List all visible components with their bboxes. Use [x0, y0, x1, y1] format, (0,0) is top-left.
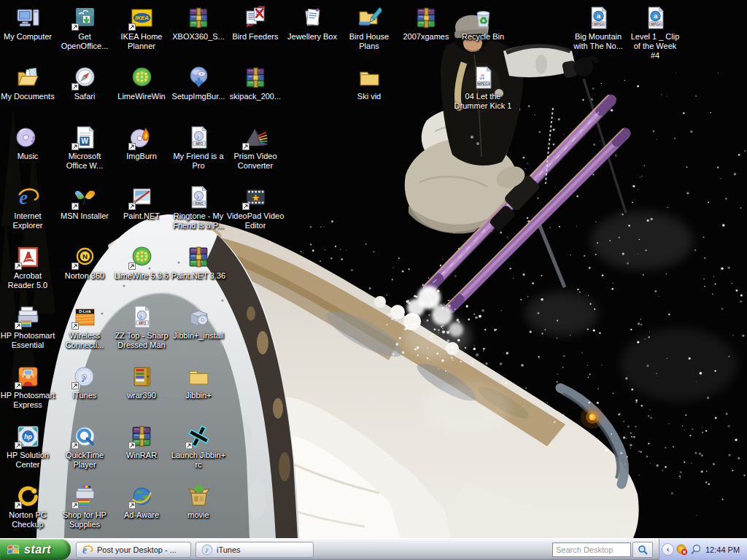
desktop-icon-label: VideoPad Video Editor [219, 211, 292, 230]
shortcut-arrow-icon [128, 203, 136, 210]
openoffice-icon [73, 6, 97, 30]
quicktime-q-icon [73, 424, 97, 448]
desktop-icon-label: Jibbin+_install [162, 331, 235, 341]
wrar-book-icon [130, 365, 154, 389]
desktop-icon-videopad-video-editor[interactable]: ★VideoPad Video Editor [219, 185, 292, 230]
shortcut-arrow-icon [71, 502, 79, 509]
ie-logo-icon: e [16, 185, 40, 209]
start-label: start [24, 543, 51, 556]
task-button-label: Post your Desktop - ... [97, 545, 177, 554]
shortcut-arrow-icon [71, 23, 79, 31]
adaware-globe-icon [130, 484, 154, 508]
desktop-icon-label: Ski vid [333, 92, 406, 101]
desktop-icon-label: Paint.NET 3.36 [162, 271, 235, 281]
desktop-icon-label: Prism Video Converter [219, 152, 292, 171]
svg-text:N: N [82, 252, 87, 260]
safari-compass-icon [73, 66, 97, 90]
shortcut-arrow-icon [128, 23, 136, 31]
task-button-post-your-desktop[interactable]: e Post your Desktop - ... [76, 542, 191, 558]
computer-icon [16, 6, 40, 30]
limewire-lime-icon [130, 66, 154, 90]
shortcut-arrow-icon [71, 382, 79, 389]
norton-360-icon: N [73, 245, 97, 269]
shortcut-arrow-icon [71, 262, 79, 270]
cd-flame-icon [130, 125, 154, 149]
msn-butterfly-icon [73, 185, 97, 209]
svg-text:MP3: MP3 [139, 322, 146, 325]
desktop-icon-prism-video-converter[interactable]: Prism Video Converter [219, 125, 292, 171]
videopad-star-icon: ★ [244, 185, 268, 209]
folder-open-icon [16, 66, 40, 90]
security-alert-icon[interactable] [676, 544, 688, 556]
desktop-icon-jibbin-install[interactable]: Jibbin+_install [162, 305, 235, 341]
desktop-icon-paint-net-3-36[interactable]: Paint.NET 3.36 [162, 245, 235, 281]
clock[interactable]: 12:44 PM [705, 545, 740, 554]
shortcut-arrow-icon [242, 203, 249, 210]
task-button-label: iTunes [217, 545, 241, 554]
svg-text:♫: ♫ [479, 72, 485, 81]
acrobat-icon [16, 245, 40, 269]
shortcut-arrow-icon [128, 262, 136, 270]
desktop-icon-recycle-bin[interactable]: ♻Recycle Bin [446, 6, 519, 42]
desktop-icon-04-let-the-drummer-kick-1[interactable]: ♫♫MPEG404 Let the Drummer Kick 1 [446, 66, 519, 111]
dlink-box-icon: D-Link [73, 305, 97, 329]
folder-pencil-icon [357, 6, 382, 30]
shortcut-arrow-icon [15, 262, 22, 270]
setup-sphere-icon [187, 66, 211, 90]
svg-text:MPG4: MPG4 [651, 23, 661, 26]
svg-text:♪: ♪ [196, 192, 199, 201]
desktop-icon-grid: My ComputerGet OpenOffice...IKEAIKEA Hom… [0, 0, 747, 538]
desktop-icon-ski-vid[interactable]: Ski vid [333, 66, 406, 101]
desktop-icon-label: Recycle Bin [446, 32, 519, 42]
shortcut-arrow-icon [71, 143, 79, 150]
windows-flag-icon [6, 542, 20, 557]
svg-text:a: a [596, 12, 600, 20]
rar-archive-icon [130, 424, 154, 448]
desktop-icon-launch-jibbin-rc[interactable]: Launch Jibbin+ rc [162, 424, 235, 470]
shortcut-arrow-icon [128, 143, 136, 150]
taskbar: start e Post your Desktop - ... ♪ iTunes… [0, 538, 747, 560]
paint-photo-icon [130, 185, 154, 209]
docs-sync-icon [244, 6, 268, 30]
desktop-icon-label: Level 1 _ Clip of the Week #4 [619, 32, 692, 61]
word-doc-icon: W [73, 125, 97, 149]
rar-archive-icon [187, 245, 211, 269]
jibbin-cross-icon [187, 424, 211, 448]
recycle-bin-icon: ♻ [471, 6, 495, 30]
svg-text:D-Link: D-Link [79, 309, 91, 314]
search-input[interactable] [552, 542, 631, 557]
svg-text:♻: ♻ [479, 15, 487, 26]
folder-icon [187, 365, 211, 389]
svg-text:RING: RING [195, 202, 204, 206]
shortcut-arrow-icon [15, 502, 22, 509]
svg-text:MP3: MP3 [196, 142, 203, 146]
desktop-icon-movie[interactable]: movie [162, 484, 235, 520]
desktop: My ComputerGet OpenOffice...IKEAIKEA Hom… [0, 0, 747, 538]
svg-text:♪: ♪ [30, 132, 36, 144]
mp3-file-icon: ♪MP3 [130, 305, 154, 329]
svg-text:a: a [653, 12, 657, 20]
shortcut-arrow-icon [71, 203, 79, 210]
limewire-lime-icon [130, 245, 154, 269]
svg-text:♪: ♪ [205, 545, 209, 554]
task-button-itunes[interactable]: ♪ iTunes [196, 542, 314, 558]
system-tray: ‹ 12:44 PM [659, 539, 747, 560]
desktop-icon-label: Launch Jibbin+ rc [162, 451, 235, 470]
desktop-icon-skipack-200[interactable]: skipack_200... [219, 66, 292, 101]
start-button[interactable]: start [0, 539, 71, 560]
desktop-icon-label: skipack_200... [219, 92, 292, 101]
ring-file-icon: ♪RING [187, 185, 211, 209]
svg-text:hp: hp [24, 433, 32, 440]
magnifier-icon[interactable] [690, 544, 702, 556]
desktop-icon-jibbin[interactable]: Jibbin+ [162, 365, 235, 400]
collapse-chevron-icon[interactable]: ‹ [662, 543, 674, 556]
shortcut-arrow-icon [71, 442, 79, 449]
movie-box-icon [187, 484, 211, 508]
desktop-icon-label: 04 Let the Drummer Kick 1 [446, 92, 519, 111]
search-button[interactable] [632, 542, 653, 558]
desktop-icon-level-1-clip-of-the-week-4[interactable]: aMPG4Level 1 _ Clip of the Week #4 [619, 6, 692, 61]
itunes-icon: ♪ [201, 544, 213, 556]
rar-archive-icon [244, 66, 268, 90]
svg-text:MPEG4: MPEG4 [477, 82, 489, 86]
desktop-icon-label: movie [162, 510, 235, 520]
